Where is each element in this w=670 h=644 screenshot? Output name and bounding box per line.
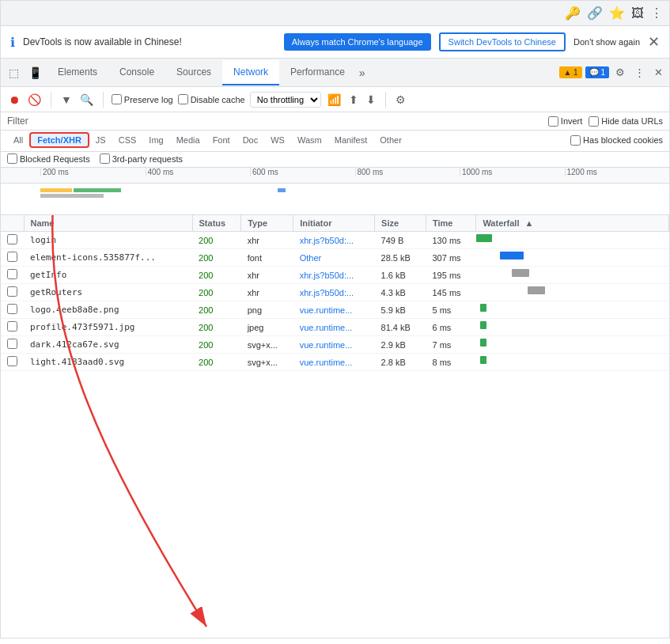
tab-overflow-button[interactable]: » — [356, 66, 369, 79]
disable-cache-input[interactable] — [178, 94, 188, 104]
devtools-close-icon[interactable]: ✕ — [651, 65, 666, 80]
col-header-size[interactable]: Size — [375, 215, 426, 232]
dont-show-again-button[interactable]: Don't show again — [573, 37, 640, 47]
hide-data-checkbox[interactable]: Hide data URLs — [589, 116, 663, 127]
col-header-status[interactable]: Status — [192, 215, 241, 232]
invert-checkbox[interactable]: Invert — [548, 116, 583, 127]
third-party-checkbox[interactable]: 3rd-party requests — [100, 153, 183, 164]
network-table-container[interactable]: Name Status Type Initiator Size Time Wat… — [1, 215, 669, 638]
col-header-waterfall[interactable]: Waterfall ▲ — [476, 215, 669, 232]
cursor-icon[interactable]: ⬚ — [4, 66, 24, 79]
tab-actions: ▲ 1 💬 1 ⚙ ⋮ ✕ — [559, 65, 666, 80]
invert-label: Invert — [561, 116, 583, 126]
row-check[interactable] — [1, 284, 24, 301]
filter-media[interactable]: Media — [170, 134, 206, 146]
row-initiator[interactable]: xhr.js?b50d:... — [293, 267, 375, 284]
row-initiator[interactable]: Other — [293, 249, 375, 267]
row-initiator[interactable]: vue.runtime... — [293, 301, 375, 319]
col-header-time[interactable]: Time — [426, 215, 475, 232]
filter-types-bar: All Fetch/XHR JS CSS Img Media Font Doc … — [1, 131, 669, 152]
filter-font[interactable]: Font — [206, 134, 237, 146]
tab-console[interactable]: Console — [108, 60, 165, 85]
blocked-requests-checkbox[interactable]: Blocked Requests — [7, 153, 90, 164]
info-bar-close-button[interactable]: ✕ — [648, 33, 660, 51]
row-size: 81.4 kB — [375, 319, 426, 336]
hide-data-label: Hide data URLs — [601, 116, 663, 126]
has-blocked-label: Has blocked cookies — [583, 135, 663, 145]
filter-other[interactable]: Other — [373, 134, 408, 146]
row-status: 200 — [192, 336, 241, 354]
filter-wasm[interactable]: Wasm — [291, 134, 328, 146]
row-check[interactable] — [1, 336, 24, 354]
download-icon[interactable]: ⬇ — [365, 92, 377, 108]
row-type: png — [241, 301, 293, 319]
throttle-select[interactable]: No throttling — [250, 92, 321, 108]
filter-ws[interactable]: WS — [264, 134, 291, 146]
clear-button[interactable]: 🚫 — [26, 92, 43, 108]
switch-chinese-button[interactable]: Switch DevTools to Chinese — [439, 32, 566, 51]
row-time: 8 ms — [426, 354, 475, 371]
filter-js[interactable]: JS — [89, 134, 112, 146]
preserve-log-input[interactable] — [112, 94, 122, 104]
filter-css[interactable]: CSS — [112, 134, 143, 146]
network-settings-icon[interactable]: ⚙ — [394, 92, 407, 108]
warn-badge[interactable]: ▲ 1 — [559, 66, 581, 78]
row-check[interactable] — [1, 232, 24, 249]
filter-doc[interactable]: Doc — [237, 134, 265, 146]
table-header-row: Name Status Type Initiator Size Time Wat… — [1, 215, 669, 232]
row-initiator[interactable]: xhr.js?b50d:... — [293, 284, 375, 301]
table-row: getInfo200xhrxhr.js?b50d:...1.6 kB195 ms — [1, 267, 669, 284]
tab-sources[interactable]: Sources — [165, 60, 222, 85]
filter-fetch-xhr[interactable]: Fetch/XHR — [29, 132, 89, 148]
timeline-area: 200 ms 400 ms 600 ms 800 ms 1000 ms 1200… — [1, 168, 669, 215]
share-icon[interactable]: 🔗 — [587, 6, 603, 21]
row-initiator[interactable]: vue.runtime... — [293, 354, 375, 371]
row-check[interactable] — [1, 354, 24, 371]
third-party-input[interactable] — [100, 153, 110, 164]
row-check[interactable] — [1, 249, 24, 267]
search-icon[interactable]: 🔍 — [78, 92, 95, 108]
filter-manifest[interactable]: Manifest — [328, 134, 374, 146]
devtools-more-icon[interactable]: ⋮ — [631, 65, 648, 80]
row-type: xhr — [241, 232, 293, 249]
timeline-ruler: 200 ms 400 ms 600 ms 800 ms 1000 ms 1200… — [1, 168, 669, 184]
has-blocked-input[interactable] — [570, 135, 581, 146]
col-header-initiator[interactable]: Initiator — [293, 215, 375, 232]
row-initiator[interactable]: vue.runtime... — [293, 319, 375, 336]
row-status: 200 — [192, 249, 241, 267]
row-initiator[interactable]: xhr.js?b50d:... — [293, 232, 375, 249]
row-check[interactable] — [1, 319, 24, 336]
col-header-type[interactable]: Type — [241, 215, 293, 232]
tab-network[interactable]: Network — [222, 60, 279, 85]
col-header-name[interactable]: Name — [24, 215, 192, 232]
wifi-icon[interactable]: 📶 — [326, 92, 343, 108]
filter-img[interactable]: Img — [142, 134, 169, 146]
disable-cache-checkbox[interactable]: Disable cache — [178, 94, 245, 104]
row-check[interactable] — [1, 301, 24, 319]
blocked-requests-input[interactable] — [7, 153, 17, 164]
match-language-button[interactable]: Always match Chrome's language — [284, 33, 431, 51]
row-waterfall — [476, 336, 669, 354]
filter-label: Filter — [7, 116, 28, 127]
table-row: light.4183aad0.svg200svg+x...vue.runtime… — [1, 354, 669, 371]
settings-icon[interactable]: ⚙ — [612, 65, 628, 80]
hide-data-input[interactable] — [589, 116, 599, 127]
row-size: 1.6 kB — [375, 267, 426, 284]
row-check[interactable] — [1, 267, 24, 284]
key-icon[interactable]: 🔑 — [565, 6, 581, 21]
invert-input[interactable] — [548, 116, 558, 127]
extension-icon[interactable]: 🖼 — [631, 6, 644, 21]
upload-icon[interactable]: ⬆ — [347, 92, 360, 108]
tab-performance[interactable]: Performance — [279, 60, 356, 85]
filter-all[interactable]: All — [7, 134, 29, 146]
tab-elements[interactable]: Elements — [47, 60, 108, 85]
preserve-log-checkbox[interactable]: Preserve log — [112, 94, 173, 104]
record-button[interactable]: ⏺ — [7, 92, 21, 108]
filter-icon[interactable]: ▼ — [59, 92, 74, 108]
more-icon[interactable]: ⋮ — [650, 6, 663, 21]
has-blocked-cookies-checkbox[interactable]: Has blocked cookies — [570, 135, 663, 146]
row-initiator[interactable]: vue.runtime... — [293, 336, 375, 354]
info-badge[interactable]: 💬 1 — [585, 66, 609, 78]
star-icon[interactable]: ⭐ — [609, 6, 625, 21]
mobile-icon[interactable]: 📱 — [24, 66, 47, 79]
